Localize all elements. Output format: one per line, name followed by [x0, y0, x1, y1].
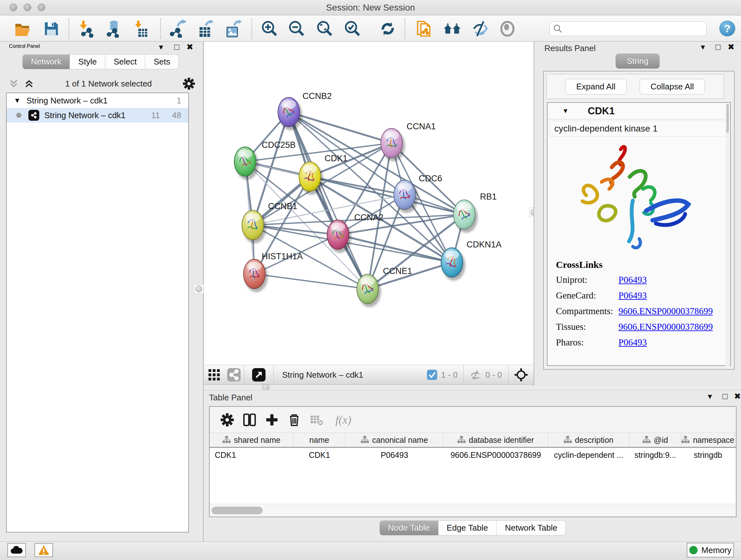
- column-header-shared-name[interactable]: shared name: [210, 433, 293, 447]
- column-header-database-identifier[interactable]: database identifier: [444, 433, 548, 447]
- cell-description[interactable]: cyclin-dependent ...: [548, 448, 629, 462]
- cloud-icon: [10, 545, 23, 555]
- gene-caret-icon[interactable]: ▼: [562, 107, 569, 115]
- export-table-icon[interactable]: [196, 19, 214, 38]
- control-panel-close-icon[interactable]: ✖: [186, 42, 193, 52]
- search-input[interactable]: [566, 24, 706, 33]
- hidden-eye-icon[interactable]: [469, 368, 482, 381]
- tab-network[interactable]: Network: [22, 54, 70, 69]
- cell--id[interactable]: stringdb:9...: [629, 448, 681, 462]
- results-panel-float-icon[interactable]: □: [716, 42, 721, 52]
- table-row[interactable]: CDK1CDK1P064939606.ENSP00000378699cyclin…: [210, 448, 736, 462]
- cell-canonical-name[interactable]: P06493: [345, 448, 444, 462]
- gear-icon[interactable]: [183, 77, 195, 90]
- add-column-icon[interactable]: [261, 411, 283, 429]
- column-header-namespace[interactable]: namespace: [681, 433, 735, 447]
- results-panel-close-icon[interactable]: ✖: [728, 42, 735, 52]
- node-CCNB2[interactable]: [278, 98, 302, 130]
- export-network-icon[interactable]: [169, 19, 187, 38]
- network-canvas[interactable]: CCNB2CCNA1CDC25BCDK1CDC6RB1CCNB1CCNA2CDK…: [204, 42, 534, 365]
- cell-name[interactable]: CDK1: [293, 448, 345, 462]
- crosslink-link[interactable]: P06493: [618, 274, 647, 285]
- column-header-canonical-name[interactable]: canonical name: [345, 433, 444, 447]
- column-header-description[interactable]: description: [548, 433, 629, 447]
- tab-string[interactable]: String: [616, 54, 660, 69]
- delete-table-icon[interactable]: [306, 411, 328, 429]
- results-scrollbar[interactable]: [726, 104, 730, 366]
- column-header--id[interactable]: @id: [629, 433, 681, 447]
- crosslink-link[interactable]: P06493: [618, 337, 647, 348]
- import-table-icon[interactable]: [131, 19, 150, 38]
- crosslink-link[interactable]: 9606.ENSP00000378699: [618, 321, 713, 332]
- memory-button[interactable]: Memory: [687, 543, 734, 557]
- crosslink-link[interactable]: P06493: [618, 290, 647, 301]
- network-share-view-icon[interactable]: [224, 366, 244, 384]
- cell-namespace[interactable]: stringdb: [681, 448, 735, 462]
- node-CCNA2[interactable]: [327, 220, 351, 253]
- expand-all-chevron-icon[interactable]: [23, 78, 35, 89]
- collection-caret-icon[interactable]: ▼: [14, 97, 21, 105]
- open-in-new-window-icon[interactable]: [244, 366, 273, 384]
- table-panel-float-icon[interactable]: □: [723, 391, 728, 401]
- cell-shared-name[interactable]: CDK1: [210, 448, 293, 462]
- home-icon[interactable]: [443, 19, 461, 38]
- control-panel-menu-caret[interactable]: ▾: [159, 42, 163, 52]
- function-builder-icon[interactable]: f(x): [332, 411, 354, 429]
- gene-card-header[interactable]: ▼ CDK1: [548, 103, 730, 119]
- export-image-icon[interactable]: [223, 19, 242, 38]
- table-panel-close-icon[interactable]: ✖: [734, 391, 741, 401]
- node-HIST1H1A[interactable]: [244, 259, 268, 292]
- select-columns-icon[interactable]: [239, 411, 261, 429]
- zoom-selected-icon[interactable]: [343, 19, 362, 38]
- help-icon[interactable]: ?: [719, 20, 735, 37]
- open-file-icon[interactable]: [13, 19, 32, 38]
- node-CDC25B[interactable]: [234, 147, 259, 180]
- zoom-fit-icon[interactable]: [316, 19, 334, 38]
- node-CDKN1A[interactable]: [441, 248, 465, 281]
- hide-panel-icon[interactable]: [471, 19, 489, 38]
- cloud-status-button[interactable]: [7, 543, 26, 557]
- collapse-all-chevron-icon[interactable]: [8, 78, 19, 89]
- tab-node-table[interactable]: Node Table: [380, 520, 439, 536]
- tab-network-table[interactable]: Network Table: [496, 520, 566, 536]
- edge-CCNB2-CCNA1[interactable]: [289, 112, 392, 143]
- column-header-name[interactable]: name: [293, 433, 345, 447]
- refresh-layout-icon[interactable]: [379, 19, 397, 38]
- table-panel-menu-caret[interactable]: ▾: [708, 391, 712, 401]
- show-panel-icon[interactable]: [498, 19, 517, 38]
- string-document-icon[interactable]: [415, 19, 433, 38]
- node-RB1[interactable]: [454, 200, 478, 233]
- crosslinks-section: CrossLinks Uniprot:P06493 GeneCard:P0649…: [548, 259, 730, 348]
- network-collection-row[interactable]: ▼ String Network – cdk1 1: [7, 93, 188, 108]
- edge-HIST1H1A-CCNE1[interactable]: [254, 274, 367, 289]
- import-network-icon[interactable]: [77, 19, 95, 38]
- crosslink-link[interactable]: 9606.ENSP00000378699: [618, 306, 713, 316]
- expand-all-button[interactable]: Expand All: [565, 79, 627, 95]
- collapse-all-button[interactable]: Collapse All: [639, 79, 705, 95]
- gear-icon[interactable]: [216, 411, 239, 429]
- tab-edge-table[interactable]: Edge Table: [439, 520, 497, 536]
- edge-CCNB2-CCNE1[interactable]: [289, 112, 367, 289]
- control-panel-float-icon[interactable]: □: [174, 42, 179, 52]
- zoom-in-icon[interactable]: [260, 19, 279, 38]
- zoom-out-icon[interactable]: [287, 19, 306, 38]
- tab-sets[interactable]: Sets: [145, 54, 179, 69]
- column-type-icon: [643, 436, 651, 444]
- node-CCNE1[interactable]: [357, 274, 381, 307]
- delete-column-icon[interactable]: [283, 411, 306, 429]
- grid-view-icon[interactable]: [204, 366, 224, 384]
- results-panel-menu-caret[interactable]: ▾: [701, 42, 705, 52]
- import-database-icon[interactable]: [104, 19, 122, 38]
- warning-status-button[interactable]: [35, 543, 53, 557]
- results-panel-title: Results Panel: [544, 44, 596, 53]
- tab-select[interactable]: Select: [105, 54, 145, 69]
- birds-eye-view-icon[interactable]: [509, 366, 534, 384]
- network-row[interactable]: String Network – cdk1 11 48: [7, 108, 188, 123]
- cell-database-identifier[interactable]: 9606.ENSP00000378699: [444, 448, 548, 462]
- scrollbar-thumb[interactable]: [212, 507, 263, 514]
- save-session-icon[interactable]: [42, 19, 61, 38]
- table-horizontal-scrollbar[interactable]: [210, 504, 736, 516]
- left-splitter-handle[interactable]: [194, 284, 204, 294]
- tab-style[interactable]: Style: [70, 54, 105, 69]
- selected-checkbox-icon[interactable]: [427, 370, 437, 380]
